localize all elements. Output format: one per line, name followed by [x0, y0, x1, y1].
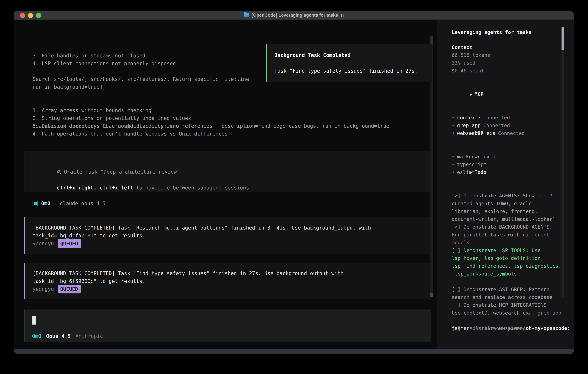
- task-message-line1: [BACKGROUND TASK COMPLETED] Task "Resear…: [32, 224, 371, 232]
- context-used: 33% used: [452, 59, 564, 67]
- active-agent-label: OmO: [32, 332, 41, 340]
- todo-line: lsp_workspace_symbols: [452, 270, 564, 278]
- context-tokens: 66,518 tokens: [452, 51, 564, 59]
- todo-line: Use context7, websearch_exa, grep_app: [452, 309, 564, 317]
- background-task-card[interactable]: [BACKGROUND TASK COMPLETED] Task "Find t…: [24, 263, 431, 299]
- todo-line: lsp_find_references, lsp_diagnostics,: [452, 262, 564, 270]
- active-model-label: Opus 4.5: [46, 332, 71, 340]
- background-task-card[interactable]: [BACKGROUND TASK COMPLETED] Task "Resear…: [24, 217, 431, 254]
- task-meta-row: yeongyu QUEUED: [32, 239, 81, 248]
- status-badge: QUEUED: [58, 239, 81, 248]
- task-message-line2: task_id="bg_6f59260c" to get results.: [32, 277, 145, 285]
- todo-line: curated agents (OmO, oracle,: [452, 200, 564, 208]
- notification-body: Task "Find type safety issues" finished …: [274, 67, 418, 75]
- agent-model: claude-opus-4-5: [60, 200, 105, 208]
- todo-line: [✓] Demonstrate BACKGROUND AGENTS:: [452, 223, 564, 231]
- opencode-window: [OpenCode] Leveraging agents for tasks ◐…: [14, 11, 574, 354]
- sidebar-scrollbar[interactable]: [562, 27, 564, 297]
- background-task-notification[interactable]: Background Task Completed Task "Find typ…: [266, 44, 432, 82]
- hint-keys: ctrl+x right, ctrl+x left: [57, 185, 133, 191]
- workspace-branch: master: [452, 324, 564, 332]
- agent-header: OmO · claude-opus-4-5: [32, 200, 105, 208]
- todo-line: [ ] Demonstrate LSP TOOLS: Use: [452, 246, 564, 254]
- task-author: yeongyu: [32, 285, 54, 293]
- notification-title: Background Task Completed: [274, 51, 351, 59]
- terminal-line: 4. Path operations that don't handle Win…: [32, 130, 432, 138]
- half-moon-icon: ◐: [340, 11, 344, 20]
- chat-pane[interactable]: 3. File handles or streams not closed4. …: [14, 20, 437, 349]
- oracle-task-hint: ctrl+x right, ctrl+x left to navigate be…: [32, 176, 249, 199]
- todo-line: Run parallel tasks with different: [452, 231, 564, 239]
- todo-line: [ ] Demonstrate AST-GREP: Pattern: [452, 285, 564, 293]
- provider-label: Anthropic: [75, 332, 103, 340]
- task-meta-row: yeongyu QUEUED: [32, 284, 81, 294]
- mcp-item: •context7Connected: [452, 114, 564, 122]
- window-bottom-edge: [14, 349, 574, 354]
- record-circle-icon: ◎: [57, 169, 62, 175]
- task-message-line2: task_id="bg_dcfac161" to get results.: [32, 232, 145, 239]
- window-titlebar[interactable]: [OpenCode] Leveraging agents for tasks ◐: [14, 11, 574, 20]
- task-message-line1: [BACKGROUND TASK COMPLETED] Task "Find t…: [32, 270, 344, 277]
- todo-line: [452, 278, 564, 285]
- bullet-icon: •: [452, 154, 455, 159]
- terminal-line: 2. String operations on potentially unde…: [32, 114, 432, 122]
- todo-line: lsp_hover, lsp_goto_definition,: [452, 254, 564, 262]
- bullet-icon: •: [452, 115, 455, 120]
- task-author: yeongyu: [32, 240, 54, 248]
- traffic-lights: [20, 11, 41, 20]
- todo-line: document-writer, multimodal-looker): [452, 215, 564, 223]
- terminal-line: 1. Array access without bounds checking: [32, 106, 432, 114]
- context-heading: Context: [452, 43, 564, 51]
- context-spent: $0.46 spent: [452, 67, 564, 75]
- todo-line: [✓] Demonstrate AGENTS: Show all 7: [452, 192, 564, 200]
- model-row: OmO Opus 4.5 Anthropic: [32, 332, 103, 340]
- todo-list: [✓] Demonstrate AGENTS: Show all 7curate…: [452, 168, 564, 332]
- prompt-input[interactable]: OmO Opus 4.5 Anthropic: [24, 310, 431, 342]
- oracle-task-box[interactable]: ◎Oracle Task "Deep architecture review" …: [24, 151, 431, 192]
- separator-dot: ·: [53, 200, 57, 208]
- hint-text: to navigate between subagent sessions: [133, 185, 249, 191]
- session-title: Leveraging agents for tasks: [452, 28, 564, 36]
- agent-square-icon: [32, 201, 38, 206]
- maximize-button[interactable]: [36, 13, 41, 18]
- todo-line: search and replace across codebase: [452, 293, 564, 301]
- status-badge: QUEUED: [58, 285, 81, 293]
- todo-line: models: [452, 239, 564, 246]
- lsp-item: •markdown-oxide: [452, 153, 564, 161]
- sidebar-scrollbar-thumb[interactable]: [562, 27, 564, 50]
- window-title: [OpenCode] Leveraging agents for tasks ◐: [244, 11, 344, 20]
- todo-line: [ ] Demonstrate MCP INTEGRATIONS:: [452, 301, 564, 309]
- search-line: Search src/ directory. Return specific f…: [32, 122, 432, 130]
- main-scrollbar-thumb[interactable]: [430, 293, 433, 297]
- minimize-button[interactable]: [28, 13, 33, 18]
- oracle-task-title: Oracle Task "Deep architecture review": [64, 169, 180, 175]
- window-title-text: [OpenCode] Leveraging agents for tasks: [252, 11, 338, 20]
- session-sidebar[interactable]: Leveraging agents for tasks Context 66,5…: [437, 20, 574, 349]
- text-cursor: [32, 316, 36, 324]
- agent-name: OmO: [41, 200, 50, 208]
- todo-line: librarian, explore, frontend,: [452, 208, 564, 215]
- folder-icon: [244, 13, 249, 17]
- close-button[interactable]: [20, 13, 25, 18]
